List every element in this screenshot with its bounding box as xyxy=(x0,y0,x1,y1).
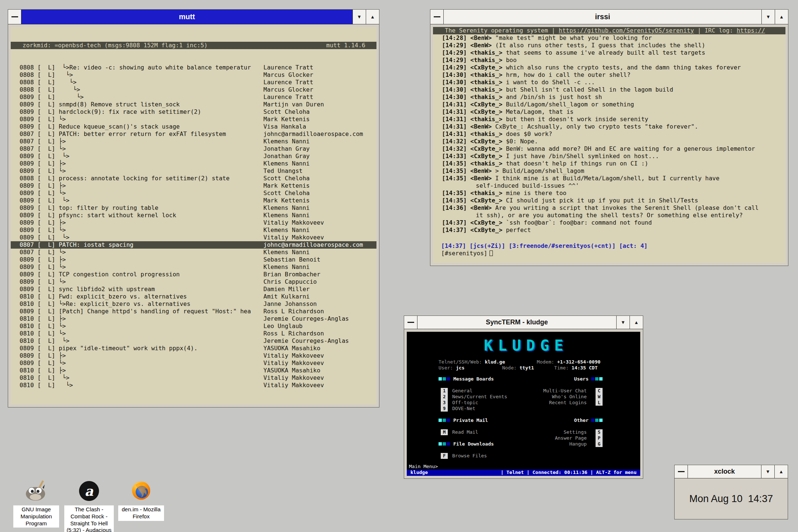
mutt-row[interactable]: 0808 [ L] └>Laurence Tratt xyxy=(11,79,376,86)
mutt-row-subject: 0809 [ L] sync libfido2 with upstream xyxy=(20,286,155,293)
system-menu-button[interactable] xyxy=(8,10,21,24)
mutt-row[interactable]: 0809 [ L] hardclock(9): fix race with se… xyxy=(11,108,376,116)
bbs-menu-item[interactable]: Off-topic xyxy=(452,400,478,406)
mutt-row[interactable]: 0809 [ L] └>Vitaliy Makkoveev xyxy=(11,359,376,367)
mutt-row[interactable]: 0809 [ L] Reduce kqueue_scan()'s stack u… xyxy=(11,123,376,130)
mutt-row[interactable]: 0809 [ L] ├>Mark Kettenis xyxy=(11,182,376,190)
minimize-button[interactable]: ▼ xyxy=(761,10,775,24)
mutt-row[interactable]: 0809 [ L] pipex "idle-timeout" work with… xyxy=(11,345,376,352)
maximize-button[interactable]: ▲ xyxy=(366,10,379,24)
mutt-row[interactable]: 0809 [ L] └>Scott Cheloha xyxy=(11,190,376,197)
topic-link-github[interactable]: https://github.com/SerenityOS/serenity xyxy=(559,27,694,34)
mutt-row[interactable]: 0809 [ L] ├>Vitaliy Makkoveev xyxy=(11,219,376,226)
bbs-menu-item[interactable]: DOVE-Net xyxy=(452,406,475,412)
mutt-row[interactable]: 0808 [ L] └>Marcus Glocker xyxy=(11,71,376,79)
irssi-input-line[interactable]: [#serenityos] xyxy=(433,250,785,257)
bbs-menu-item[interactable]: Recent Logins xyxy=(549,400,587,406)
irc-message-text: does $0 work? xyxy=(506,130,552,137)
minimize-button[interactable]: ▼ xyxy=(761,465,774,478)
mutt-titlebar[interactable]: mutt ▼ ▲ xyxy=(8,10,379,24)
mutt-row[interactable]: 0809 [ L] TCP congestion control progres… xyxy=(11,271,376,278)
mutt-row[interactable]: 0807 [ L] ├>Klemens Nanni xyxy=(11,138,376,145)
mutt-row[interactable]: 0809 [ L] └>Mark Kettenis xyxy=(11,197,376,204)
bbs-menu-item[interactable]: Settings xyxy=(563,429,587,435)
mutt-row[interactable]: 0809 [ L] └>Jonathan Gray xyxy=(11,153,376,160)
bbs-hotkey[interactable]: F xyxy=(441,453,448,459)
bbs-hotkey[interactable]: 1 xyxy=(441,388,448,394)
mutt-row[interactable]: 0810 [ L] └>Vitaliy Makkoveev xyxy=(11,374,376,382)
syncterm-titlebar[interactable]: SyncTERM - kludge ▼ ▲ xyxy=(404,316,643,329)
mutt-row[interactable]: 0808 [ L] └>Marcus Glocker xyxy=(11,86,376,93)
bbs-hotkey[interactable]: 9 xyxy=(441,406,448,412)
mutt-row[interactable]: 0807 [ L] └>Klemens Nanni xyxy=(11,249,376,256)
maximize-button[interactable]: ▲ xyxy=(775,10,788,24)
system-menu-button[interactable] xyxy=(404,316,417,329)
mutt-row[interactable]: 0810 [ L] └>Re: explicit_bzero vs. alter… xyxy=(11,300,376,308)
desktop-icon-firefox[interactable]: den.im - Mozilla Firefox xyxy=(118,480,164,521)
mutt-row[interactable]: 0809 [ L] └>Laurence Tratt xyxy=(11,93,376,101)
mutt-row[interactable]: 0810 [ L] └>Leo Unglaub xyxy=(11,323,376,330)
mutt-row[interactable]: 0809 [ L] └>Vitaliy Makkoveev xyxy=(11,234,376,241)
mutt-row[interactable]: 0810 [ L] └>Jeremie Courreges-Anglas xyxy=(11,337,376,345)
system-menu-button[interactable] xyxy=(430,10,444,24)
bbs-hotkey[interactable]: C xyxy=(596,388,603,394)
bbs-menu-item[interactable]: News/Current Events xyxy=(452,394,507,400)
mutt-row-subject: 0810 [ L] └>Re: explicit_bzero vs. alter… xyxy=(20,300,190,307)
system-menu-button[interactable] xyxy=(675,465,688,478)
bbs-menu-item[interactable]: Read Mail xyxy=(452,429,478,435)
mutt-row[interactable]: 0809 [ L] └>Mark Kettenis xyxy=(11,116,376,123)
mutt-row-sender: Klemens Nanni xyxy=(263,226,310,234)
mutt-row-subject: 0809 [ L] └> xyxy=(20,226,66,233)
mutt-row[interactable]: 0809 [ L] └>Klemens Nanni xyxy=(11,226,376,234)
bbs-menu-item[interactable]: Who's Online xyxy=(552,394,587,400)
mutt-row[interactable]: 0809 [ L] └>Klemens Nanni xyxy=(11,263,376,271)
mutt-row[interactable]: 0808 [ L] └>Re: video -c: showing auto w… xyxy=(11,64,376,71)
mutt-row[interactable]: 0809 [ L] ├>Sebastian Benoit xyxy=(11,256,376,263)
maximize-button[interactable]: ▲ xyxy=(774,465,788,478)
irssi-titlebar[interactable]: irssi ▼ ▲ xyxy=(430,10,788,24)
mutt-row[interactable]: 0809 [ L] sync libfido2 with upstreamDam… xyxy=(11,286,376,293)
maximize-button[interactable]: ▲ xyxy=(630,316,643,329)
bbs-hotkey[interactable]: L xyxy=(596,400,603,406)
bbs-hotkey[interactable]: W xyxy=(596,394,603,400)
bbs-prompt[interactable]: Main Menu> xyxy=(407,464,640,470)
mutt-row[interactable]: 0808 [ L] process: annotate locking for … xyxy=(11,175,376,182)
bbs-hotkey[interactable]: 3 xyxy=(441,400,448,406)
mutt-row[interactable]: 0809 [ L] └>Chris Cappuccio xyxy=(11,278,376,286)
desktop-icon-audacious[interactable]: a The Clash - Combat Rock - Straight To … xyxy=(64,480,114,532)
mutt-row[interactable]: 0809 [ L] ├>Klemens Nanni xyxy=(11,160,376,167)
minimize-button[interactable]: ▼ xyxy=(616,316,630,329)
bbs-hotkey[interactable]: S xyxy=(596,429,603,435)
bbs-menu-item[interactable]: Browse Files xyxy=(452,453,487,459)
mutt-row[interactable]: 0809 [ L] └>Ted Unangst xyxy=(11,167,376,175)
bbs-menu-item[interactable]: General xyxy=(452,388,473,394)
bbs-hotkey[interactable]: P xyxy=(596,435,603,441)
bbs-hotkey[interactable]: M xyxy=(441,429,448,435)
bbs-menu-row: 2News/Current EventsWho's OnlineW xyxy=(441,394,603,400)
mutt-row[interactable]: 0809 [ L] [Patch] Change httpd's handlin… xyxy=(11,308,376,315)
mutt-row[interactable]: 0810 [ L] ├>YASUOKA Masahiko xyxy=(11,367,376,374)
bbs-menu-item[interactable]: Hangup xyxy=(569,441,587,447)
mutt-row[interactable]: 0809 [ L] top: filter by routing tableKl… xyxy=(11,204,376,212)
mutt-row[interactable]: 0809 [ L] ├>Vitaliy Makkoveev xyxy=(11,352,376,359)
bbs-hotkey[interactable]: G xyxy=(596,441,603,447)
mutt-row[interactable]: 0809 [ L] snmpd(8) Remove struct listen_… xyxy=(11,101,376,108)
mutt-row[interactable]: 0810 [ L] ├>Jeremie Courreges-Anglas xyxy=(11,315,376,323)
xclock-titlebar[interactable]: xclock ▼ ▲ xyxy=(675,465,788,478)
bbs-menu-item[interactable]: Multi-User Chat xyxy=(543,388,587,394)
irc-message: [14:30] <thakis_> but Shell isn't called… xyxy=(433,86,785,93)
mutt-row-sender: Marcus Glocker xyxy=(263,71,313,79)
bbs-menu-row: Answer PageP xyxy=(441,435,603,441)
mutt-row-selected[interactable]: 0807 [ L] PATCH: iostat spacingjohnc@arm… xyxy=(11,241,376,249)
desktop-icon-gimp[interactable]: GNU Image Manipulation Program xyxy=(13,480,59,528)
mutt-row[interactable]: 0810 [ L] └>Ross L Richardson xyxy=(11,330,376,337)
mutt-row[interactable]: 0810 [ L] Fwd: explicit_bzero vs. altern… xyxy=(11,293,376,300)
minimize-button[interactable]: ▼ xyxy=(352,10,366,24)
mutt-row[interactable]: 0809 [ L] pfsync: start without kernel l… xyxy=(11,212,376,219)
mutt-row[interactable]: 0807 [ L] PATCH: better error return for… xyxy=(11,130,376,138)
mutt-row[interactable]: 0810 [ L] └>Vitaliy Makkoveev xyxy=(11,382,376,389)
topic-link-irclog[interactable]: https:// xyxy=(737,27,765,34)
bbs-menu-item[interactable]: Answer Page xyxy=(555,435,587,441)
mutt-row[interactable]: 0807 [ L] └>Jonathan Gray xyxy=(11,145,376,153)
bbs-hotkey[interactable]: 2 xyxy=(441,394,448,400)
